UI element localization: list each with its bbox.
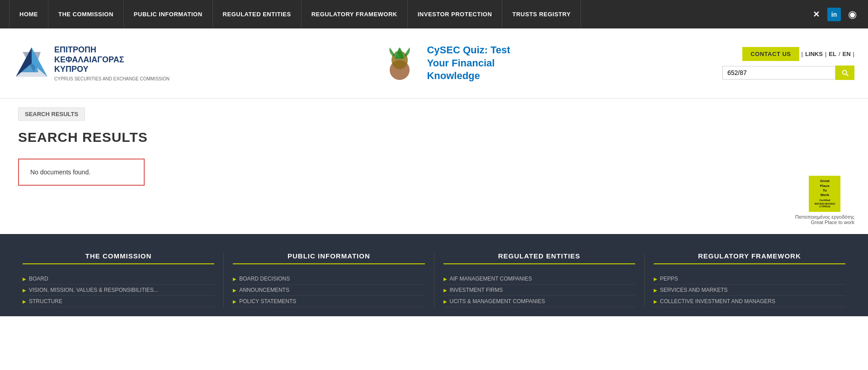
footer-link-board[interactable]: ▶ BOARD [23,273,214,285]
breadcrumb: SEARCH RESULTS [18,108,85,121]
no-documents-message: No documents found. [30,169,90,176]
arrow-icon: ▶ [23,276,26,281]
nav-home[interactable]: HOME [9,0,48,28]
nav-investor[interactable]: INVESTOR PROTECTION [408,0,503,28]
quiz-text: CySEC Quiz: Test Your Financial Knowledg… [427,44,510,83]
search-box [722,66,854,80]
page-title: SEARCH RESULTS [18,130,850,145]
twitter-x-icon[interactable]: ✕ [809,8,823,21]
gpw-to: To [823,188,827,193]
separator2: | [825,51,826,57]
gpw-employer-label: Πιστοποιημένος εργοδότης Great Place to … [795,214,854,225]
quiz-title-line2: Your Financial [427,57,510,70]
nav-regulated[interactable]: REGULATED ENTITIES [213,0,302,28]
logo-greek-line1: ΕΠΙΤΡΟΠΗ [54,45,170,55]
links-link[interactable]: LINKS [805,51,823,57]
footer-link-collective[interactable]: ▶ COLLECTIVE INVESTMENT AND MANAGERS [654,296,845,307]
quiz-icon [382,45,418,81]
arrow-icon: ▶ [233,288,236,293]
nav-commission[interactable]: THE COMMISSION [48,0,124,28]
nav-regulatory[interactable]: REGULATORY FRAMEWORK [302,0,408,28]
contact-us-button[interactable]: CONTACT US [742,47,799,61]
quiz-title-line1: CySEC Quiz: Test [427,44,510,57]
header-top-links: CONTACT US | LINKS | EL / EN | [742,47,854,61]
footer-link-announcements[interactable]: ▶ ANNOUNCEMENTS [233,285,425,296]
lang-el[interactable]: EL [829,51,836,57]
logo-greek-line3: ΚΥΠΡΟΥ [54,65,170,75]
footer-link-board-decisions[interactable]: ▶ BOARD DECISIONS [233,273,425,285]
separator4: | [853,51,854,57]
header-right: CONTACT US | LINKS | EL / EN | [722,47,854,80]
search-input[interactable] [722,66,835,80]
separator1: | [802,51,803,57]
gpw-place: Place [820,184,830,188]
nav-trusts[interactable]: TRUSTS REGISTRY [502,0,581,28]
gpw-certified-box: Great Place To Work Certified MAY2022-MA… [809,176,840,212]
footer-link-vision[interactable]: ▶ VISION, MISSION, VALUES & RESPONSIBILI… [23,285,214,296]
arrow-icon: ▶ [443,299,447,304]
separator3: / [839,51,840,57]
footer-col-regulatory: REGULATORY FRAMEWORK ▶ PEPPS ▶ SERVICES … [645,252,854,307]
arrow-icon: ▶ [23,288,26,293]
arrow-icon: ▶ [654,299,657,304]
footer-link-policy[interactable]: ▶ POLICY STATEMENTS [233,296,425,307]
arrow-icon: ▶ [443,276,447,281]
top-navigation: HOME THE COMMISSION PUBLIC INFORMATION R… [0,0,868,28]
gpw-great: Great [820,179,830,183]
search-button[interactable] [835,66,854,80]
rss-icon[interactable]: ◉ [845,8,859,21]
main-content: SEARCH RESULTS SEARCH RESULTS No documen… [0,98,868,234]
arrow-icon: ▶ [654,276,657,281]
footer-col-commission: THE COMMISSION ▶ BOARD ▶ VISION, MISSION… [14,252,224,307]
gpw-work: Work [820,193,829,197]
arrow-icon: ▶ [23,299,26,304]
footer-commission-title: THE COMMISSION [23,252,214,264]
quiz-banner[interactable]: CySEC Quiz: Test Your Financial Knowledg… [382,44,510,83]
social-links: ✕ in ◉ [809,8,859,21]
gpw-country: CYPRUS [819,205,830,209]
arrow-icon: ▶ [443,288,447,293]
arrow-icon: ▶ [654,288,657,293]
page-footer: THE COMMISSION ▶ BOARD ▶ VISION, MISSION… [0,234,868,316]
gpw-badge: Great Place To Work Certified MAY2022-MA… [795,176,854,225]
cysec-logo-icon [14,45,50,81]
page-header: ΕΠΙΤΡΟΠΗ ΚΕΦΑΛΑΙΑΓΟΡΑΣ ΚΥΠΡΟΥ CYPRUS SEC… [0,28,868,98]
logo-greek-line2: ΚΕΦΑΛΑΙΑΓΟΡΑΣ [54,55,170,65]
footer-link-investment-firms[interactable]: ▶ INVESTMENT FIRMS [443,285,635,296]
footer-public-info-title: PUBLIC INFORMATION [233,252,425,264]
footer-regulatory-title: REGULATORY FRAMEWORK [654,252,845,264]
footer-link-pepps[interactable]: ▶ PEPPS [654,273,845,285]
lang-en[interactable]: EN [843,51,851,57]
footer-regulated-title: REGULATED ENTITIES [443,252,635,264]
quiz-title-line3: Knowledge [427,70,510,83]
linkedin-icon[interactable]: in [827,8,841,21]
gpw-certified-label: Certified [819,199,830,202]
arrow-icon: ▶ [233,276,236,281]
arrow-icon: ▶ [233,299,236,304]
footer-link-services-markets[interactable]: ▶ SERVICES AND MARKETS [654,285,845,296]
logo-english: CYPRUS SECURITIES AND EXCHANGE COMMISSIO… [54,76,170,81]
nav-public-info[interactable]: PUBLIC INFORMATION [124,0,213,28]
footer-col-public-info: PUBLIC INFORMATION ▶ BOARD DECISIONS ▶ A… [224,252,434,307]
footer-link-ucits[interactable]: ▶ UCITS & MANAGEMENT COMPANIES [443,296,635,307]
footer-col-regulated: REGULATED ENTITIES ▶ AIF MANAGEMENT COMP… [434,252,645,307]
footer-columns: THE COMMISSION ▶ BOARD ▶ VISION, MISSION… [0,252,868,307]
search-icon [841,69,849,77]
footer-link-structure[interactable]: ▶ STRUCTURE [23,296,214,307]
no-documents-box: No documents found. [18,159,145,186]
nav-links: HOME THE COMMISSION PUBLIC INFORMATION R… [9,0,581,28]
logo-text: ΕΠΙΤΡΟΠΗ ΚΕΦΑΛΑΙΑΓΟΡΑΣ ΚΥΠΡΟΥ CYPRUS SEC… [54,45,170,81]
footer-link-aif[interactable]: ▶ AIF MANAGEMENT COMPANIES [443,273,635,285]
logo-area: ΕΠΙΤΡΟΠΗ ΚΕΦΑΛΑΙΑΓΟΡΑΣ ΚΥΠΡΟΥ CYPRUS SEC… [14,45,170,81]
